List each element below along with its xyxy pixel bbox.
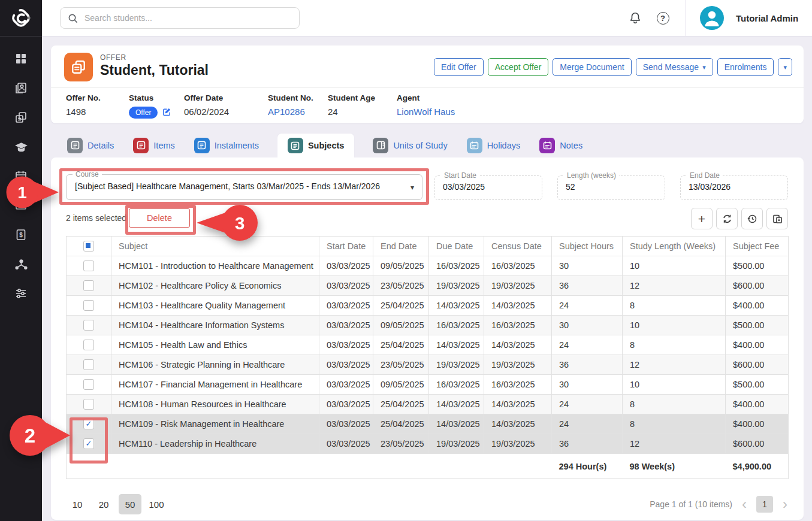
row-checkbox[interactable] xyxy=(83,300,94,311)
cell-weeks: 10 xyxy=(623,256,726,276)
length-weeks-label: Length (weeks) xyxy=(564,171,619,180)
tab-instalments[interactable]: Instalments xyxy=(193,133,260,157)
items-tab-icon xyxy=(133,138,149,153)
field-value[interactable]: LionWolf Haus xyxy=(397,107,481,117)
row-checkbox[interactable] xyxy=(83,260,94,271)
row-checkbox[interactable]: ✓ xyxy=(83,438,94,449)
enrolments-button[interactable]: Enrolments xyxy=(717,58,774,76)
page-size-50[interactable]: 50 xyxy=(119,494,141,514)
refresh-button[interactable] xyxy=(716,208,738,229)
topbar: ? Tutorial Admin xyxy=(42,0,812,37)
row-checkbox[interactable] xyxy=(83,379,94,390)
status-badge: Offer xyxy=(129,107,158,119)
page-size-selector: 102050100 xyxy=(66,494,168,514)
students-icon[interactable] xyxy=(12,80,30,96)
classes-icon[interactable] xyxy=(12,198,30,213)
tab-label: Items xyxy=(153,141,174,150)
tab-label: Subjects xyxy=(308,141,344,150)
page-size-10[interactable]: 10 xyxy=(66,494,89,514)
tab-items[interactable]: Items xyxy=(132,133,176,157)
cell-due: 16/03/2025 xyxy=(429,256,484,276)
edit-status-icon[interactable] xyxy=(162,107,171,118)
cell-census: 19/03/2025 xyxy=(484,355,552,375)
row-checkbox[interactable] xyxy=(83,359,94,370)
timetable-icon[interactable] xyxy=(12,168,30,184)
help-button[interactable]: ? xyxy=(656,11,670,25)
cell-hours: 30 xyxy=(552,316,623,335)
row-checkbox[interactable]: ✓ xyxy=(83,419,94,429)
prev-page-icon[interactable]: ‹ xyxy=(741,497,748,511)
edit-offer-button[interactable]: Edit Offer xyxy=(434,58,484,76)
cell-hours: 36 xyxy=(552,355,623,375)
offer-icon xyxy=(64,53,93,81)
totals-spacer xyxy=(67,454,552,479)
add-button[interactable]: + xyxy=(691,208,713,229)
selection-count: 2 items selected xyxy=(66,213,126,223)
notifications-button[interactable] xyxy=(628,11,642,25)
offer-field-offer-no: Offer No.1498 xyxy=(66,93,129,119)
table-row: HCM104 - Healthcare Information Systems0… xyxy=(67,316,789,335)
tab-holidays[interactable]: Holidays xyxy=(466,133,522,157)
cell-due: 19/03/2025 xyxy=(429,355,484,375)
cell-subject: HCM101 - Introduction to Healthcare Mana… xyxy=(111,256,319,276)
course-select[interactable]: Course [Subject Based] Healthcare Manage… xyxy=(66,174,422,200)
field-label: Student Age xyxy=(328,93,397,102)
cell-start: 03/03/2025 xyxy=(319,414,373,434)
row-checkbox[interactable] xyxy=(83,340,94,350)
user-name[interactable]: Tutorial Admin xyxy=(736,0,798,36)
cell-end: 23/05/2025 xyxy=(373,276,429,296)
row-checkbox[interactable] xyxy=(83,399,94,410)
lionwolf-logo[interactable] xyxy=(0,0,42,37)
history-button[interactable] xyxy=(741,208,763,229)
cell-fee: $400.00 xyxy=(726,296,789,316)
merge-document-button[interactable]: Merge Document xyxy=(553,58,631,76)
page-size-20[interactable]: 20 xyxy=(92,494,115,514)
courses-icon[interactable] xyxy=(12,139,30,155)
delete-button[interactable]: Delete xyxy=(129,208,190,228)
invoices-icon[interactable]: $ xyxy=(12,227,30,243)
search-input[interactable] xyxy=(83,13,292,23)
agents-icon[interactable] xyxy=(12,256,30,272)
cell-census: 14/03/2025 xyxy=(484,395,552,414)
field-value[interactable]: AP10286 xyxy=(268,107,328,117)
page-title: Student, Tutorial xyxy=(100,62,209,78)
next-page-icon[interactable]: › xyxy=(781,497,789,511)
totals-row: 294 Hour(s) 98 Week(s) $4,900.00 xyxy=(67,454,789,479)
dashboard-icon[interactable] xyxy=(12,51,30,66)
cell-due: 16/03/2025 xyxy=(429,375,484,395)
page-size-100[interactable]: 100 xyxy=(145,494,168,514)
total-hours: 294 Hour(s) xyxy=(552,454,623,479)
tab-subjects[interactable]: Subjects xyxy=(277,133,355,157)
tab-bar: DetailsItemsInstalmentsSubjectsUnits of … xyxy=(66,133,584,157)
table-row: ✓HCM110 - Leadership in Healthcare03/03/… xyxy=(67,434,789,454)
settings-icon[interactable] xyxy=(12,286,30,301)
cell-hours: 24 xyxy=(552,335,623,355)
offers-icon[interactable] xyxy=(12,110,30,125)
copy-button[interactable] xyxy=(766,208,788,229)
field-value: 24 xyxy=(328,107,397,117)
cell-census: 16/03/2025 xyxy=(484,316,552,335)
subjects-tab-icon xyxy=(288,138,303,153)
col-end-date: End Date xyxy=(373,237,429,256)
tab-units-of-study[interactable]: Units of Study xyxy=(372,133,448,157)
accept-offer-button[interactable]: Accept Offer xyxy=(488,58,549,76)
row-checkbox[interactable] xyxy=(83,320,94,331)
cell-end: 25/04/2025 xyxy=(373,296,429,316)
current-page-button[interactable]: 1 xyxy=(756,496,773,513)
more-actions-button[interactable]: ▾ xyxy=(778,58,792,76)
offer-info-row: Offer No.1498StatusOfferOffer Date06/02/… xyxy=(66,93,481,119)
table-row: HCM106 - Strategic Planning in Healthcar… xyxy=(67,355,789,375)
tab-details[interactable]: Details xyxy=(66,133,115,157)
row-checkbox[interactable] xyxy=(83,280,94,291)
select-all-cell xyxy=(67,237,111,256)
end-date-label: End Date xyxy=(687,171,723,180)
send-message-button[interactable]: Send Message▾ xyxy=(636,58,713,76)
user-avatar[interactable] xyxy=(700,6,724,30)
instalments-tab-icon xyxy=(194,138,210,153)
cell-weeks: 8 xyxy=(623,296,726,316)
tab-notes[interactable]: Notes xyxy=(538,133,584,157)
select-all-checkbox[interactable] xyxy=(83,241,94,252)
table-row: HCM105 - Health Law and Ethics03/03/2025… xyxy=(67,335,789,355)
cell-subject: HCM103 - Healthcare Quality Management xyxy=(111,296,319,316)
offer-field-student-age: Student Age24 xyxy=(328,93,397,119)
